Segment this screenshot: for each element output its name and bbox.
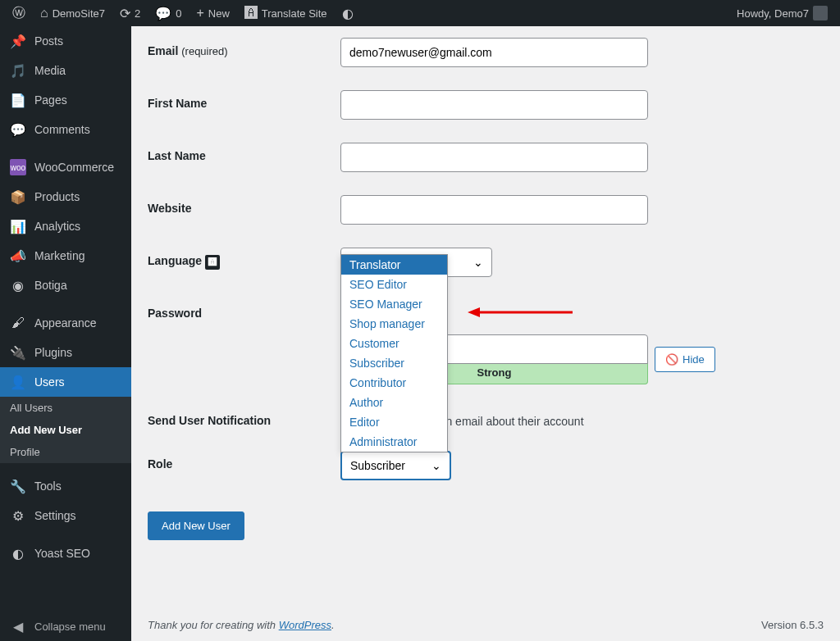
language-row: Language 🅰 Site Default ⌄ bbox=[148, 236, 824, 289]
translate-icon: 🅰 bbox=[205, 255, 220, 270]
role-option-editor[interactable]: Editor bbox=[341, 412, 447, 432]
language-label: Language 🅰 bbox=[148, 248, 340, 270]
sidebar-item-posts[interactable]: 📌Posts bbox=[0, 26, 131, 56]
new-label: New bbox=[208, 7, 230, 20]
hide-label: Hide bbox=[682, 353, 705, 366]
sidebar-item-marketing[interactable]: 📣Marketing bbox=[0, 241, 131, 270]
role-select[interactable]: Subscriber ⌄ bbox=[340, 451, 451, 480]
sidebar-item-analytics[interactable]: 📊Analytics bbox=[0, 211, 131, 241]
settings-label: Settings bbox=[34, 509, 76, 522]
brush-icon: 🖌 bbox=[10, 315, 26, 331]
archive-icon: 📦 bbox=[10, 189, 26, 205]
lastname-row: Last Name bbox=[148, 131, 824, 184]
refresh-icon: ⟳ bbox=[120, 6, 130, 21]
role-option-translator[interactable]: Translator bbox=[341, 255, 447, 275]
wp-logo[interactable]: ⓦ bbox=[7, 5, 31, 22]
footer-version: Version 6.5.3 bbox=[761, 619, 824, 631]
comments-link[interactable]: 💬0 bbox=[149, 6, 187, 21]
role-value: Subscriber bbox=[350, 459, 405, 472]
role-option-subscriber[interactable]: Subscriber bbox=[341, 353, 447, 373]
greeting-text: Howdy, Demo7 bbox=[737, 7, 809, 20]
yoast-bar-link[interactable]: ◐ bbox=[336, 6, 359, 21]
role-row: Role Subscriber ⌄ TranslatorSEO EditorSE… bbox=[148, 439, 824, 492]
site-name: DemoSite7 bbox=[52, 7, 105, 20]
yoast-icon: ◐ bbox=[10, 545, 26, 561]
hide-password-button[interactable]: 🚫Hide bbox=[655, 347, 715, 372]
collapse-menu-button[interactable]: ◀Collapse menu bbox=[0, 611, 116, 641]
role-option-contributor[interactable]: Contributor bbox=[341, 373, 447, 393]
new-link[interactable]: +New bbox=[190, 6, 235, 20]
admin-bar-left: ⓦ ⌂DemoSite7 ⟳2 💬0 +New 🅰Translate Site … bbox=[7, 5, 359, 22]
sidebar-item-yoast[interactable]: ◐Yoast SEO bbox=[0, 539, 131, 568]
posts-label: Posts bbox=[34, 34, 63, 48]
role-option-shop-manager[interactable]: Shop manager bbox=[341, 314, 447, 334]
wordpress-link[interactable]: WordPress bbox=[279, 619, 331, 631]
sidebar-item-pages[interactable]: 📄Pages bbox=[0, 85, 131, 115]
sidebar-item-plugins[interactable]: 🔌Plugins bbox=[0, 338, 131, 367]
yoast-label: Yoast SEO bbox=[34, 547, 90, 560]
sidebar-item-products[interactable]: 📦Products bbox=[0, 182, 131, 211]
lastname-label: Last Name bbox=[148, 143, 340, 162]
footer-thanks: Thank you for creating with WordPress. bbox=[148, 619, 335, 631]
woo-icon: woo bbox=[10, 159, 26, 175]
plus-icon: + bbox=[196, 6, 203, 20]
site-name-link[interactable]: ⌂DemoSite7 bbox=[34, 6, 111, 20]
notification-row: Send User Notification Send the new user… bbox=[148, 396, 824, 439]
sidebar-item-woocommerce[interactable]: wooWooCommerce bbox=[0, 152, 131, 182]
botiga-label: Botiga bbox=[34, 279, 67, 292]
sidebar-item-comments[interactable]: 💬Comments bbox=[0, 115, 131, 144]
chart-icon: 📊 bbox=[10, 218, 26, 234]
website-row: Website bbox=[148, 184, 824, 236]
chevron-down-icon: ⌄ bbox=[431, 459, 441, 472]
role-label: Role bbox=[148, 451, 340, 471]
role-option-customer[interactable]: Customer bbox=[341, 334, 447, 353]
wordpress-icon: ⓦ bbox=[12, 5, 25, 22]
firstname-row: First Name bbox=[148, 79, 824, 131]
pin-icon: 📌 bbox=[10, 33, 26, 49]
comment-icon: 💬 bbox=[10, 121, 26, 138]
translate-label: Translate Site bbox=[262, 7, 327, 20]
lastname-input[interactable] bbox=[340, 143, 648, 172]
email-input[interactable] bbox=[340, 38, 648, 67]
firstname-input[interactable] bbox=[340, 90, 648, 120]
sidebar-item-tools[interactable]: 🔧Tools bbox=[0, 471, 131, 501]
tools-label: Tools bbox=[34, 480, 62, 493]
admin-sidebar: 📌Posts 🎵Media 📄Pages 💬Comments wooWooCom… bbox=[0, 26, 131, 641]
account-link[interactable]: Howdy, Demo7 bbox=[731, 6, 833, 20]
role-option-administrator[interactable]: Administrator bbox=[341, 432, 447, 452]
botiga-icon: ◉ bbox=[10, 277, 26, 293]
role-option-seo-editor[interactable]: SEO Editor bbox=[341, 275, 447, 294]
submenu-all-users[interactable]: All Users bbox=[0, 397, 131, 419]
media-label: Media bbox=[34, 64, 66, 77]
collapse-label: Collapse menu bbox=[34, 621, 106, 633]
megaphone-icon: 📣 bbox=[10, 248, 26, 264]
media-icon: 🎵 bbox=[10, 62, 26, 79]
updates-link[interactable]: ⟳2 bbox=[114, 6, 146, 21]
sidebar-item-settings[interactable]: ⚙Settings bbox=[0, 501, 131, 530]
translate-link[interactable]: 🅰Translate Site bbox=[239, 6, 333, 20]
website-input[interactable] bbox=[340, 195, 648, 225]
pages-label: Pages bbox=[34, 93, 67, 107]
updates-count: 2 bbox=[135, 7, 140, 20]
password-label: Password bbox=[148, 300, 340, 320]
notification-label: Send User Notification bbox=[148, 407, 340, 427]
website-label: Website bbox=[148, 195, 340, 215]
role-option-seo-manager[interactable]: SEO Manager bbox=[341, 294, 447, 314]
yoast-icon: ◐ bbox=[342, 6, 354, 21]
add-user-button[interactable]: Add New User bbox=[148, 511, 244, 540]
sidebar-item-botiga[interactable]: ◉Botiga bbox=[0, 270, 131, 300]
admin-bar: ⓦ ⌂DemoSite7 ⟳2 💬0 +New 🅰Translate Site … bbox=[0, 0, 840, 26]
password-row: Password Strong 🚫Hide bbox=[148, 289, 824, 396]
submenu-profile[interactable]: Profile bbox=[0, 441, 131, 463]
sliders-icon: ⚙ bbox=[10, 507, 26, 524]
submenu-add-new-user[interactable]: Add New User bbox=[0, 419, 131, 441]
role-option-author[interactable]: Author bbox=[341, 393, 447, 412]
sidebar-item-users[interactable]: 👤Users bbox=[0, 367, 131, 397]
email-row: Email (required) bbox=[148, 26, 824, 79]
appearance-label: Appearance bbox=[34, 316, 97, 330]
add-user-form: Email (required) First Name Last Name We… bbox=[148, 26, 824, 540]
sidebar-item-appearance[interactable]: 🖌Appearance bbox=[0, 308, 131, 338]
annotation-arrow bbox=[468, 306, 574, 319]
required-text: (required) bbox=[181, 45, 227, 57]
sidebar-item-media[interactable]: 🎵Media bbox=[0, 56, 131, 85]
